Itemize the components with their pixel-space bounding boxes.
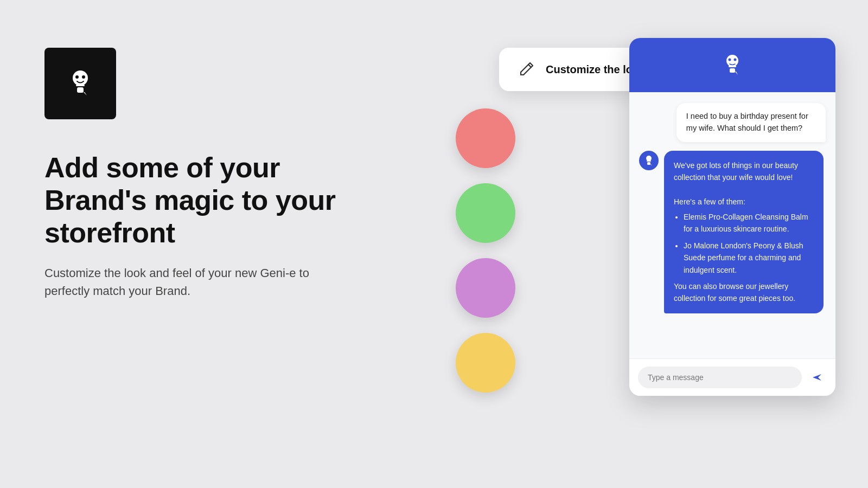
logo-icon bbox=[61, 64, 100, 103]
bot-items-list: Elemis Pro-Collagen Cleansing Balm for a… bbox=[674, 211, 814, 276]
svg-point-8 bbox=[729, 59, 731, 61]
chat-header bbox=[629, 38, 835, 92]
send-button[interactable] bbox=[807, 368, 827, 387]
edit-icon bbox=[516, 60, 536, 79]
logo-box bbox=[44, 48, 116, 119]
svg-rect-2 bbox=[77, 87, 84, 93]
bot-item-1: Elemis Pro-Collagen Cleansing Balm for a… bbox=[684, 211, 814, 235]
left-section: Add some of your Brand's magic to your s… bbox=[44, 152, 348, 300]
chat-input[interactable] bbox=[638, 367, 802, 388]
chat-header-logo bbox=[717, 50, 748, 80]
color-circle-purple[interactable] bbox=[456, 258, 515, 318]
page-wrapper: Add some of your Brand's magic to your s… bbox=[0, 0, 868, 488]
color-circle-green[interactable] bbox=[456, 183, 515, 243]
svg-rect-7 bbox=[730, 68, 735, 73]
bot-item-2: Jo Malone London's Peony & Blush Suede p… bbox=[684, 240, 814, 276]
color-circle-yellow[interactable] bbox=[456, 333, 515, 393]
bot-outro: You can also browse our jewellery collec… bbox=[674, 280, 814, 305]
chat-input-row bbox=[629, 358, 835, 396]
bot-bubble: We've got lots of things in our beauty c… bbox=[664, 151, 824, 313]
circles-container bbox=[456, 108, 515, 393]
svg-point-9 bbox=[734, 59, 737, 61]
bot-intro: We've got lots of things in our beauty c… bbox=[674, 159, 814, 184]
user-message: I need to buy a birthday present for my … bbox=[676, 103, 826, 142]
svg-rect-11 bbox=[647, 160, 651, 162]
bot-here: Here's a few of them: bbox=[674, 196, 814, 208]
svg-point-0 bbox=[73, 70, 88, 86]
right-section: Customize the look & feel of your Geni-e bbox=[380, 0, 868, 488]
bot-avatar-icon bbox=[643, 155, 655, 166]
svg-point-3 bbox=[75, 75, 79, 79]
svg-point-4 bbox=[82, 75, 85, 79]
svg-rect-12 bbox=[647, 162, 650, 165]
sub-heading: Customize the look and feel of your new … bbox=[44, 264, 348, 300]
svg-rect-6 bbox=[729, 66, 736, 67]
chat-body: I need to buy a birthday present for my … bbox=[629, 92, 835, 358]
main-heading: Add some of your Brand's magic to your s… bbox=[44, 152, 348, 249]
color-circle-red[interactable] bbox=[456, 108, 515, 168]
bot-message-row: We've got lots of things in our beauty c… bbox=[639, 151, 826, 313]
bot-avatar bbox=[639, 151, 659, 170]
svg-point-10 bbox=[646, 156, 652, 161]
send-icon bbox=[811, 371, 823, 383]
svg-rect-1 bbox=[76, 85, 85, 86]
chat-window: I need to buy a birthday present for my … bbox=[629, 38, 835, 396]
